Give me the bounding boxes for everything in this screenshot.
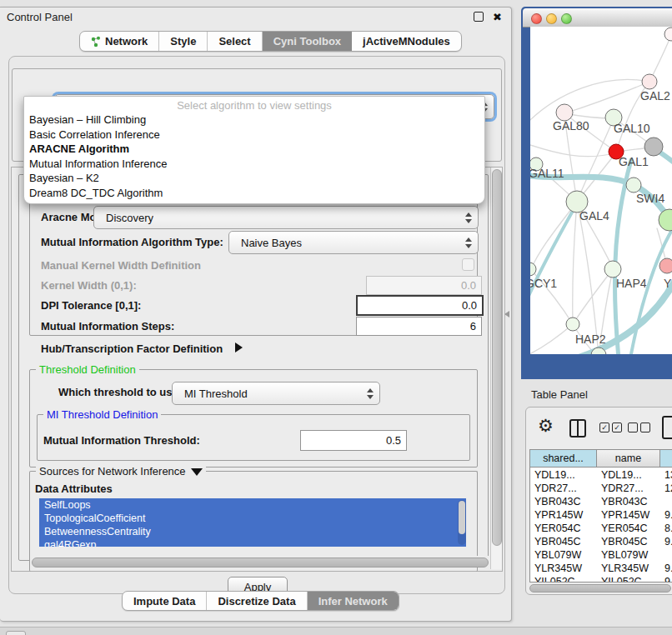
network-node-y[interactable] — [659, 258, 672, 273]
chevron-updown-icon — [464, 238, 472, 248]
tab-label: Network — [105, 35, 148, 48]
table-row[interactable]: YPR145WYPR145W9. — [530, 508, 672, 522]
column-header-shared[interactable]: shared... — [530, 450, 597, 468]
mi-threshold-group-title: MI Threshold Definition — [43, 408, 161, 421]
node-label: HAP4 — [616, 277, 647, 290]
column-header[interactable] — [660, 450, 672, 468]
network-node-gal2[interactable] — [642, 74, 657, 89]
table-row[interactable]: YLR345WYLR345W9. — [530, 562, 672, 575]
minimize-traffic-light-icon[interactable] — [546, 13, 557, 24]
screen: Control Panel ✖ NetworkStyleSelectCyni T… — [0, 0, 672, 635]
mi-type-label: Mutual Information Algorithm Type: — [41, 236, 223, 248]
table-row[interactable]: YER054CYER054C8. — [530, 522, 672, 535]
attribute-item[interactable]: SelfLoops — [39, 498, 466, 512]
tab-label: jActiveMNodules — [363, 35, 450, 48]
node-label: HAP2 — [575, 332, 606, 346]
node-label: SWI4 — [636, 192, 664, 205]
network-node-hap2[interactable] — [566, 318, 579, 331]
data-attributes-list[interactable]: SelfLoopsTopologicalCoefficientBetweenne… — [39, 498, 466, 547]
settings-horizontal-scrollbar-thumb[interactable] — [32, 558, 489, 568]
manual-kernel-label: Manual Kernel Width Definition — [41, 259, 201, 272]
checked-columns-icon[interactable]: ✓✓ — [599, 422, 622, 432]
algorithm-option[interactable]: Mutual Information Inference — [24, 157, 484, 172]
aracne-mode-select[interactable]: Discovery — [93, 206, 479, 229]
dpi-tolerance-label: DPI Tolerance [0,1]: — [41, 299, 141, 312]
table-cell: 9. — [664, 562, 672, 575]
dpi-tolerance-input[interactable]: 0.0 — [356, 295, 484, 316]
table-panel: ⚙ ✓✓ shared...name YDL19...YDL19...13YDR… — [525, 407, 672, 595]
network-node[interactable] — [664, 28, 672, 41]
sources-group-title[interactable]: Sources for Network Inference — [36, 465, 206, 478]
network-edge — [531, 202, 577, 269]
table-row[interactable]: YDL19...YDL19...13 — [530, 468, 672, 482]
node-attribute-table[interactable]: shared...name YDL19...YDL19...13YDR27...… — [529, 449, 672, 582]
attribute-item[interactable]: BetweennessCentrality — [39, 525, 466, 538]
attributes-scrollbar[interactable] — [458, 500, 466, 545]
settings-horizontal-scrollbar[interactable] — [30, 556, 490, 568]
network-node[interactable] — [644, 138, 663, 156]
which-threshold-select[interactable]: MI Threshold — [172, 382, 380, 405]
table-cell: YBR045C — [601, 535, 648, 548]
tab-impute-data[interactable]: Impute Data — [123, 592, 207, 610]
panel-resize-handle[interactable] — [504, 311, 509, 318]
close-traffic-light-icon[interactable] — [531, 13, 542, 24]
network-node[interactable] — [659, 209, 672, 231]
table-cell: YER054C — [601, 522, 648, 535]
settings-vertical-scrollbar-thumb[interactable] — [492, 169, 502, 546]
table-cell: YBL079W — [601, 548, 648, 562]
table-row[interactable]: YBR043CYBR043C — [530, 495, 672, 508]
kernel-width-input[interactable]: 0.0 — [366, 276, 482, 295]
network-canvas[interactable]: GAL2GAL80GAL10GAL1GAL11SWI4GAL4GCY1HAP4Y… — [530, 27, 672, 354]
algorithm-option[interactable]: Bayesian – K2 — [24, 171, 484, 186]
tab-select[interactable]: Select — [208, 32, 262, 51]
table-row[interactable]: YBL079WYBL079W — [530, 548, 672, 562]
mi-threshold-input[interactable]: 0.5 — [300, 430, 407, 451]
table-cell: YPR145W — [534, 508, 583, 522]
close-icon[interactable]: ✖ — [492, 12, 503, 22]
table-horizontal-scrollbar-thumb[interactable] — [529, 584, 671, 592]
mi-type-value: Naive Bayes — [229, 237, 302, 249]
algorithm-option[interactable]: ARACNE Algorithm — [24, 142, 484, 157]
attributes-scrollbar-thumb[interactable] — [459, 501, 465, 534]
float-window-icon[interactable] — [474, 12, 484, 22]
table-row[interactable]: YBR045CYBR045C9. — [530, 535, 672, 548]
network-node-hap4[interactable] — [604, 261, 621, 278]
mi-steps-input[interactable]: 6 — [356, 317, 482, 336]
algorithm-option[interactable]: Dream8 DC_TDC Algorithm — [24, 186, 484, 201]
column-header-name[interactable]: name — [597, 450, 660, 468]
gear-icon[interactable]: ⚙ — [538, 418, 554, 435]
unchecked-columns-icon[interactable] — [628, 422, 650, 432]
attribute-item[interactable]: TopologicalCoefficient — [39, 512, 466, 525]
algorithm-option[interactable]: Bayesian – Hill Climbing — [24, 112, 484, 128]
tab-style[interactable]: Style — [159, 32, 208, 51]
data-attributes-label: Data Attributes — [35, 482, 113, 495]
table-horizontal-scrollbar[interactable] — [529, 584, 672, 591]
tab-cyni-toolbox[interactable]: Cyni Toolbox — [263, 32, 352, 51]
settings-viewport: Cyni Algorithm Settings Algorithm Defini… — [11, 167, 503, 572]
mi-algorithm-type-select[interactable]: Naive Bayes — [228, 231, 479, 254]
attribute-item[interactable]: gal4RGexp — [39, 538, 466, 547]
zoom-traffic-light-icon[interactable] — [561, 13, 572, 24]
table-cell: 8. — [664, 522, 672, 535]
network-edge — [530, 79, 649, 125]
tab-infer-network[interactable]: Infer Network — [308, 592, 399, 610]
table-cell: YIL052C — [534, 575, 575, 582]
network-node-swi4[interactable] — [626, 178, 641, 192]
chevron-right-icon[interactable] — [235, 342, 243, 352]
collapsed-panel-button[interactable] — [6, 631, 26, 635]
tab-network[interactable]: Network — [80, 32, 159, 51]
manual-kernel-checkbox[interactable] — [462, 258, 474, 271]
document-icon[interactable] — [662, 416, 672, 439]
tab-discretize-data[interactable]: Discretize Data — [207, 592, 307, 610]
node-label: Y — [664, 277, 672, 290]
table-row[interactable]: YDR27...YDR27...12 — [530, 482, 672, 495]
network-edge — [577, 202, 599, 354]
network-node-gal80[interactable] — [556, 104, 573, 121]
settings-vertical-scrollbar[interactable] — [490, 168, 502, 569]
tab-jactivemnodules[interactable]: jActiveMNodules — [352, 32, 461, 51]
network-window-titlebar[interactable] — [523, 8, 672, 28]
algorithm-option[interactable]: Basic Correlation Inference — [24, 128, 484, 142]
split-pane-icon[interactable] — [569, 419, 586, 438]
table-row[interactable]: YIL052CYIL052C9 — [530, 575, 672, 582]
hub-definition-toggle[interactable]: Hub/Transcription Factor Definition — [41, 342, 223, 355]
